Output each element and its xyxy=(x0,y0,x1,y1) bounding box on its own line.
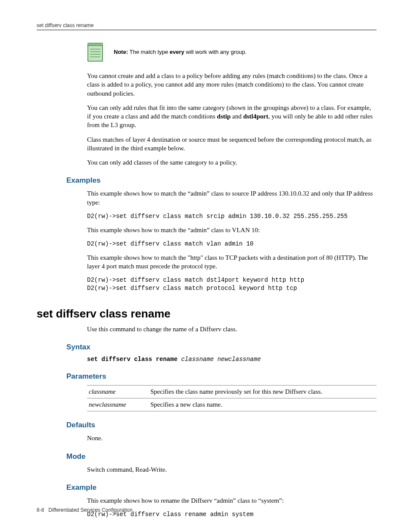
paragraph: You can only add rules that fit into the… xyxy=(87,103,377,130)
heading-defaults: Defaults xyxy=(66,421,377,429)
heading-mode: Mode xyxy=(66,452,377,461)
paragraph: You can only add classes of the same cat… xyxy=(87,158,377,167)
param-desc: Specifies the class name previously set … xyxy=(149,386,377,398)
note-after: will work with any group. xyxy=(184,49,247,55)
param-name: classname xyxy=(87,386,149,398)
paragraph: This example shows how to match the "htt… xyxy=(87,253,377,271)
running-header: set diffserv class rename xyxy=(37,22,377,30)
svg-rect-5 xyxy=(88,43,103,46)
content-body: Note: The match type every will work wit… xyxy=(87,42,377,519)
paragraph: Switch command, Read-Write. xyxy=(87,465,377,474)
notepad-icon xyxy=(87,42,103,62)
note-block: Note: The match type every will work wit… xyxy=(87,42,377,62)
paragraph: This example shows how to match the “adm… xyxy=(87,226,377,234)
code-block: D2(rw)->set diffserv class match dstl4po… xyxy=(87,276,377,292)
heading-command: set diffserv class rename xyxy=(37,307,377,320)
paragraph: Class matches of layer 4 destination or … xyxy=(87,135,377,153)
syntax-line: set diffserv class rename classname newc… xyxy=(87,356,377,363)
page-footer: 8-8 Differentiated Services Configuratio… xyxy=(37,507,133,513)
text-bold: dstip xyxy=(217,113,231,120)
code-block: D2(rw)->set diffserv class match srcip a… xyxy=(87,212,377,221)
syntax-command: set diffserv class rename xyxy=(87,356,177,363)
heading-parameters: Parameters xyxy=(66,372,377,381)
paragraph: This example shows how to rename the Dif… xyxy=(87,496,377,505)
code-block: D2(rw)->set diffserv class match vlan ad… xyxy=(87,240,377,248)
syntax-args: classname newclassname xyxy=(181,356,261,363)
heading-example: Example xyxy=(66,483,377,492)
param-name: newclassname xyxy=(87,398,149,411)
paragraph: This example shows how to match the “adm… xyxy=(87,189,377,207)
paragraph: Use this command to change the name of a… xyxy=(87,325,377,333)
page-number: 8-8 xyxy=(37,507,44,513)
note-before: The match type xyxy=(128,49,170,55)
footer-title: Differentiated Services Configuration xyxy=(48,507,132,513)
note-bold: every xyxy=(170,49,184,55)
paragraph: None. xyxy=(87,434,377,442)
param-desc: Specifies a new class name. xyxy=(149,398,377,411)
heading-examples: Examples xyxy=(66,176,377,185)
paragraph: You cannot create and add a class to a p… xyxy=(87,72,377,98)
parameters-table: classname Specifies the class name previ… xyxy=(87,385,377,411)
note-prefix: Note: xyxy=(114,49,128,55)
heading-syntax: Syntax xyxy=(66,343,377,352)
text-bold: dstl4port xyxy=(243,113,268,120)
table-row: newclassname Specifies a new class name. xyxy=(87,398,377,411)
table-row: classname Specifies the class name previ… xyxy=(87,386,377,398)
svg-rect-0 xyxy=(88,45,103,61)
page-container: set diffserv class rename xyxy=(0,0,411,532)
note-text: Note: The match type every will work wit… xyxy=(114,48,246,56)
text: and xyxy=(230,113,243,120)
